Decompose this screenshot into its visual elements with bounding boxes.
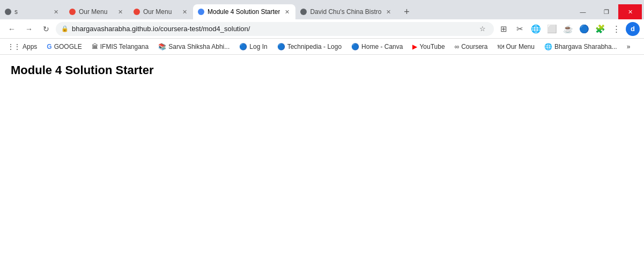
apps-icon: ⋮⋮	[8, 43, 20, 50]
bookmark-ifmis-label: IFMIS Telangana	[100, 43, 149, 50]
page-content: Module 4 Solution Starter	[0, 55, 644, 269]
tab-ourmenu-1-close[interactable]: ✕	[116, 8, 124, 16]
forward-button[interactable]: →	[21, 21, 36, 37]
tab-ourmenu-1-favicon	[69, 8, 76, 16]
bookmark-google-label: GOOGLE	[54, 43, 82, 50]
tab-s-favicon	[4, 8, 12, 16]
tab-davidchu-title: David Chu's China Bistro	[310, 8, 381, 16]
tab-bar: s ✕ Our Menu ✕ Our Menu ✕ Module 4 Solut…	[0, 0, 644, 19]
bookmark-ourmenu-label: Our Menu	[506, 43, 535, 50]
tab-module4-favicon	[197, 8, 205, 16]
tab-s-close[interactable]: ✕	[51, 8, 60, 16]
maximize-button[interactable]: ❐	[595, 4, 618, 19]
tab-ourmenu-1-title: Our Menu	[79, 8, 113, 16]
browserstack-icon[interactable]: 🌐	[528, 21, 543, 37]
bookmark-canva-label: Home - Canva	[361, 43, 403, 50]
sarva-icon: 📚	[158, 43, 166, 50]
ifmis-icon: 🏛	[92, 43, 98, 50]
google-icon: G	[47, 43, 51, 50]
bookmark-canva[interactable]: 🔵 Home - Canva	[347, 42, 407, 52]
tab-ourmenu-2-close[interactable]: ✕	[180, 8, 189, 16]
bookmark-star-icon[interactable]: ☆	[477, 23, 488, 35]
address-text: bhargavasharabha.github.io/coursera-test…	[72, 25, 473, 33]
bookmark-ourmenu[interactable]: 🍽 Our Menu	[493, 42, 539, 52]
back-button[interactable]: ←	[4, 21, 19, 37]
login-icon: 🔵	[239, 43, 247, 50]
bookmark-login-label: Log In	[249, 43, 267, 50]
menu-icon[interactable]: ⋮	[609, 21, 624, 37]
address-bar[interactable]: 🔒 bhargavasharabha.github.io/coursera-te…	[56, 22, 494, 36]
bookmark-technipedia-label: Technipedia - Logo	[287, 43, 342, 50]
tab-davidchu[interactable]: David Chu's China Bistro ✕	[295, 4, 397, 19]
navigation-bar: ← → ↻ 🔒 bhargavasharabha.github.io/cours…	[0, 19, 644, 39]
lock-icon: 🔒	[61, 25, 69, 32]
more-icon: »	[627, 43, 631, 50]
bookmark-youtube[interactable]: ▶ YouTube	[408, 42, 449, 52]
technipedia-icon: 🔵	[277, 43, 285, 50]
tab-module4[interactable]: Module 4 Solution Starter ✕	[193, 4, 295, 19]
close-button[interactable]: ✕	[618, 4, 642, 19]
tab-davidchu-favicon	[300, 8, 307, 16]
tab-ourmenu-2-title: Our Menu	[143, 8, 177, 16]
new-tab-button[interactable]: +	[399, 4, 414, 19]
canva-icon: 🔵	[351, 43, 359, 50]
bookmarks-more[interactable]: »	[623, 42, 635, 52]
profile-button[interactable]: d	[626, 22, 640, 36]
extensions-icon[interactable]: ⊞	[496, 21, 511, 37]
screenshot-icon[interactable]: ✂	[512, 21, 527, 37]
page-title: Module 4 Solution Starter	[11, 63, 633, 77]
tab-module4-title: Module 4 Solution Starter	[208, 8, 280, 16]
translate-icon[interactable]: 🔵	[576, 21, 591, 37]
bookmark-sarva[interactable]: 📚 Sarva Shiksha Abhi...	[154, 42, 234, 52]
bhargava-icon: 🌐	[544, 43, 552, 50]
minimize-button[interactable]: —	[571, 4, 595, 19]
address-bar-right: ☆	[477, 23, 488, 35]
tab-s[interactable]: s ✕	[0, 4, 64, 19]
tab-ourmenu-2[interactable]: Our Menu ✕	[129, 4, 193, 19]
tab-ourmenu-2-favicon	[133, 8, 140, 16]
window-controls: — ❐ ✕	[571, 4, 644, 19]
youtube-icon: ▶	[412, 43, 417, 50]
bookmark-youtube-label: YouTube	[419, 43, 445, 50]
nav-right-icons: ⊞ ✂ 🌐 ⬜ ☕ 🔵 🧩 ⋮ d	[496, 21, 640, 37]
tab-ourmenu-1[interactable]: Our Menu ✕	[64, 4, 129, 19]
bookmark-bhargava[interactable]: 🌐 Bhargava Sharabha...	[540, 42, 621, 52]
puzzle-icon[interactable]: 🧩	[593, 21, 608, 37]
bookmark-ifmis[interactable]: 🏛 IFMIS Telangana	[87, 42, 153, 52]
refresh-button[interactable]: ↻	[39, 21, 54, 37]
browser-window: s ✕ Our Menu ✕ Our Menu ✕ Module 4 Solut…	[0, 0, 644, 269]
bookmarks-bar: ⋮⋮ Apps G GOOGLE 🏛 IFMIS Telangana 📚 Sar…	[0, 39, 644, 55]
tab-module4-close[interactable]: ✕	[283, 8, 291, 16]
bookmark-coursera-label: Coursera	[461, 43, 487, 50]
coursera-icon: ∞	[455, 43, 460, 50]
bookmark-login[interactable]: 🔵 Log In	[235, 42, 271, 52]
bookmark-google[interactable]: G GOOGLE	[42, 42, 86, 52]
ourmenu-icon: 🍽	[498, 43, 504, 50]
bookmark-technipedia[interactable]: 🔵 Technipedia - Logo	[273, 42, 346, 52]
bookmark-bhargava-label: Bhargava Sharabha...	[554, 43, 617, 50]
bookmark-sarva-label: Sarva Shiksha Abhi...	[168, 43, 230, 50]
coffee-icon[interactable]: ☕	[560, 21, 575, 37]
bookmark-coursera[interactable]: ∞ Coursera	[450, 42, 492, 52]
tab-davidchu-close[interactable]: ✕	[384, 8, 393, 16]
web-icon[interactable]: ⬜	[544, 21, 559, 37]
bookmark-apps-label: Apps	[23, 43, 37, 50]
bookmark-apps[interactable]: ⋮⋮ Apps	[3, 42, 41, 52]
tab-s-title: s	[14, 8, 49, 16]
